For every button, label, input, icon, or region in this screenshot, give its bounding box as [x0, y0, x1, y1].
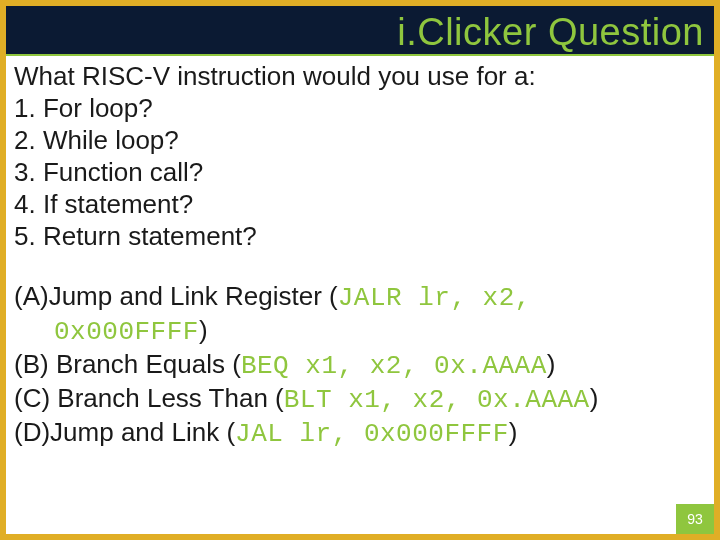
page-number-badge: 93 [676, 504, 714, 534]
answer-a-post: ) [199, 315, 208, 345]
question-block: What RISC-V instruction would you use fo… [14, 60, 706, 252]
answer-a-code1: JALR lr, x2, [338, 283, 531, 313]
answer-c-pre: (C) Branch Less Than ( [14, 383, 284, 413]
slide-title: i.Clicker Question [397, 10, 704, 54]
title-bar: i.Clicker Question [6, 6, 714, 54]
slide-frame: i.Clicker Question What RISC-V instructi… [0, 0, 720, 540]
answer-d: (D)Jump and Link (JAL lr, 0x000FFFF) [14, 416, 706, 450]
slide-content: What RISC-V instruction would you use fo… [6, 56, 714, 450]
answer-b-code: BEQ x1, x2, 0x.AAAA [241, 351, 547, 381]
answer-d-code: JAL lr, 0x000FFFF [235, 419, 509, 449]
answer-a-pre: (A)Jump and Link Register ( [14, 281, 338, 311]
question-item: 2. While loop? [14, 124, 706, 156]
answer-b: (B) Branch Equals (BEQ x1, x2, 0x.AAAA) [14, 348, 706, 382]
answer-d-pre: (D)Jump and Link ( [14, 417, 235, 447]
answer-a-code2: 0x000FFFF [54, 317, 199, 347]
question-item: 4. If statement? [14, 188, 706, 220]
page-number: 93 [687, 511, 703, 527]
question-item: 5. Return statement? [14, 220, 706, 252]
question-item: 1. For loop? [14, 92, 706, 124]
answer-a-cont: 0x000FFFF) [14, 314, 706, 348]
answer-c-post: ) [590, 383, 599, 413]
answer-b-post: ) [547, 349, 556, 379]
answer-d-post: ) [509, 417, 518, 447]
question-prompt: What RISC-V instruction would you use fo… [14, 60, 706, 92]
answer-b-pre: (B) Branch Equals ( [14, 349, 241, 379]
answer-c-code: BLT x1, x2, 0x.AAAA [284, 385, 590, 415]
answers-block: (A)Jump and Link Register (JALR lr, x2, … [14, 280, 706, 450]
answer-c: (C) Branch Less Than (BLT x1, x2, 0x.AAA… [14, 382, 706, 416]
question-item: 3. Function call? [14, 156, 706, 188]
answer-a: (A)Jump and Link Register (JALR lr, x2, [14, 280, 706, 314]
